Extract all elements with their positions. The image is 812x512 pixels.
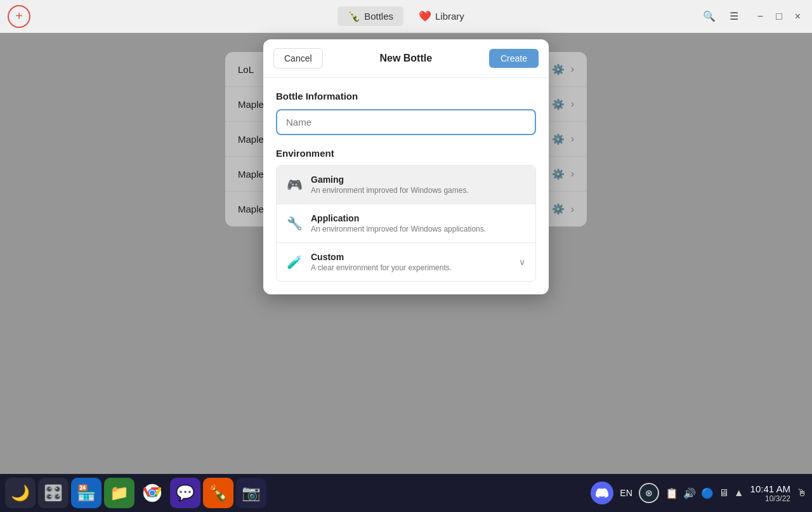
- screen-icon[interactable]: 🖥: [719, 487, 729, 499]
- env-item-custom[interactable]: 🧪 Custom A clear environment for your ex…: [277, 243, 535, 281]
- taskbar-icon-bottles[interactable]: 🍾: [203, 478, 233, 508]
- volume-icon[interactable]: 🔊: [683, 487, 696, 499]
- env-name-custom: Custom: [311, 252, 510, 262]
- custom-icon: 🧪: [287, 254, 302, 270]
- env-desc-custom: A clear environment for your experiments…: [311, 263, 510, 272]
- taskbar-right: EN ⊛ 📋 🔊 🔵 🖥 ▲ 10:41 AM 10/3/22 🖱: [591, 482, 807, 504]
- close-button[interactable]: ×: [791, 10, 804, 23]
- arrow-up-icon[interactable]: ▲: [734, 487, 744, 499]
- tab-library[interactable]: ❤️ Library: [409, 6, 475, 26]
- dialog-title: New Bottle: [379, 53, 432, 64]
- bottle-info-label: Bottle Information: [276, 91, 536, 102]
- taskbar-icons: 🌙 🎛️ 🏪 📁 💬 🍾 📷: [5, 478, 266, 508]
- env-text-application: Application An environment improved for …: [311, 213, 525, 233]
- clipboard-icon[interactable]: 📋: [665, 487, 678, 499]
- search-button[interactable]: 🔍: [700, 8, 718, 25]
- sys-tray-icons: 📋 🔊 🔵 🖥 ▲: [665, 487, 744, 499]
- environment-label: Environment: [276, 148, 536, 159]
- tab-bottles-label: Bottles: [364, 11, 393, 22]
- taskbar-icon-store[interactable]: 🏪: [71, 478, 102, 508]
- create-button[interactable]: Create: [489, 49, 539, 68]
- window-controls: − □ ×: [754, 10, 804, 23]
- titlebar-nav: 🍾 Bottles ❤️ Library: [337, 6, 475, 26]
- add-bottle-button[interactable]: +: [8, 5, 30, 28]
- steam-icon[interactable]: ⊛: [639, 483, 659, 503]
- name-input[interactable]: [276, 109, 536, 135]
- tab-library-label: Library: [435, 11, 464, 22]
- minimize-button[interactable]: −: [754, 10, 767, 23]
- env-desc-gaming: An environment improved for Windows game…: [311, 186, 525, 195]
- env-item-gaming[interactable]: 🎮 Gaming An environment improved for Win…: [277, 166, 535, 204]
- library-icon: ❤️: [419, 10, 431, 22]
- dialog-header: Cancel New Bottle Create: [263, 39, 549, 78]
- env-text-custom: Custom A clear environment for your expe…: [311, 252, 510, 272]
- clock-date: 10/3/22: [750, 494, 790, 503]
- clock: 10:41 AM 10/3/22: [750, 483, 790, 503]
- tab-bottles[interactable]: 🍾 Bottles: [337, 6, 403, 26]
- clock-time: 10:41 AM: [750, 483, 790, 494]
- titlebar-left: +: [8, 5, 30, 28]
- language-indicator[interactable]: EN: [620, 488, 632, 498]
- env-name-gaming: Gaming: [311, 174, 525, 185]
- chevron-down-icon: ∨: [519, 257, 525, 267]
- application-icon: 🔧: [287, 216, 302, 231]
- env-desc-application: An environment improved for Windows appl…: [311, 225, 525, 233]
- desktop-icon[interactable]: 🖱: [797, 487, 807, 499]
- svg-point-3: [150, 490, 155, 496]
- taskbar: 🌙 🎛️ 🏪 📁 💬 🍾 📷 EN ⊛ 📋 🔊: [0, 474, 812, 512]
- taskbar-icon-mixer[interactable]: 🎛️: [38, 478, 69, 508]
- env-name-application: Application: [311, 213, 525, 223]
- maximize-button[interactable]: □: [772, 10, 786, 23]
- bluetooth-icon[interactable]: 🔵: [701, 487, 714, 499]
- titlebar: + 🍾 Bottles ❤️ Library 🔍 ☰ − □ ×: [0, 0, 812, 33]
- dialog-overlay: Cancel New Bottle Create Bottle Informat…: [0, 33, 812, 474]
- taskbar-icon-files[interactable]: 📁: [104, 478, 134, 508]
- bottles-icon: 🍾: [348, 10, 360, 22]
- env-item-application[interactable]: 🔧 Application An environment improved fo…: [277, 204, 535, 243]
- dialog-body: Bottle Information Environment 🎮 Gaming …: [263, 78, 549, 294]
- environment-list: 🎮 Gaming An environment improved for Win…: [276, 165, 536, 282]
- env-text-gaming: Gaming An environment improved for Windo…: [311, 174, 525, 195]
- main-content: LoL Gaming ⚙️ › Maple4 Gaming ⚙️ › Maple…: [0, 33, 812, 474]
- taskbar-icon-chrome[interactable]: [137, 478, 167, 508]
- taskbar-icon-discord[interactable]: 💬: [170, 478, 200, 508]
- taskbar-icon-camera[interactable]: 📷: [236, 478, 266, 508]
- menu-button[interactable]: ☰: [727, 8, 741, 25]
- cancel-button[interactable]: Cancel: [273, 48, 323, 69]
- discord-tray-icon[interactable]: [591, 482, 613, 504]
- titlebar-right: 🔍 ☰ − □ ×: [700, 8, 804, 25]
- gaming-icon: 🎮: [287, 177, 302, 192]
- taskbar-icon-night[interactable]: 🌙: [5, 478, 36, 508]
- new-bottle-dialog: Cancel New Bottle Create Bottle Informat…: [263, 39, 549, 294]
